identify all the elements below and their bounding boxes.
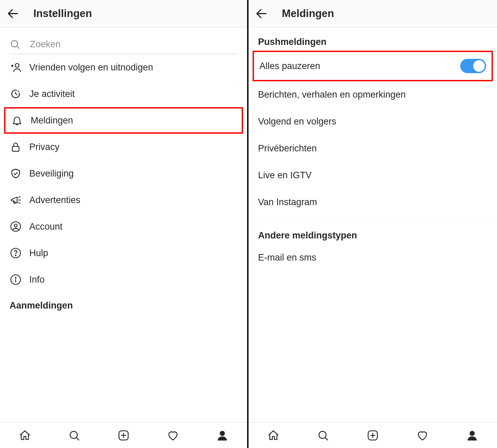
svg-line-26 xyxy=(325,437,328,440)
svg-line-8 xyxy=(19,197,20,198)
nav-notifications[interactable]: Meldingen xyxy=(5,109,242,132)
svg-point-3 xyxy=(15,64,19,67)
tab-activity[interactable] xyxy=(148,422,198,448)
nav-follow-invite[interactable]: Vrienden volgen en uitnodigen xyxy=(0,54,247,81)
notifications-content: Pushmeldingen Alles pauzeren Berichten, … xyxy=(248,27,497,422)
tab-activity[interactable] xyxy=(398,422,447,448)
nav-label: Beveiliging xyxy=(29,168,74,179)
pause-all-toggle[interactable] xyxy=(460,59,486,73)
svg-point-11 xyxy=(11,222,20,231)
pause-all-label: Alles pauzeren xyxy=(259,61,320,71)
notif-live-igtv[interactable]: Live en IGTV xyxy=(248,162,497,189)
settings-content: Vrienden volgen en uitnodigen Je activit… xyxy=(0,27,247,422)
account-circle-icon xyxy=(10,221,21,232)
row-label: Van Instagram xyxy=(258,197,317,208)
help-circle-icon xyxy=(10,247,21,259)
row-label: Privéberichten xyxy=(258,143,317,154)
profile-icon xyxy=(216,429,228,442)
tab-add[interactable] xyxy=(99,422,148,448)
nav-label: Info xyxy=(29,275,45,285)
search-row[interactable] xyxy=(10,35,238,54)
divider xyxy=(248,221,497,221)
highlight-pause-all: Alles pauzeren xyxy=(253,51,493,81)
nav-privacy[interactable]: Privacy xyxy=(0,134,247,160)
notif-from-instagram[interactable]: Van Instagram xyxy=(248,189,497,216)
nav-info[interactable]: Info xyxy=(0,266,247,293)
svg-point-14 xyxy=(15,255,16,256)
notifications-pane: Meldingen Pushmeldingen Alles pauzeren B… xyxy=(248,0,497,448)
nav-label: Vrienden volgen en uitnodigen xyxy=(29,62,153,73)
toggle-knob xyxy=(473,60,485,72)
header-left: Instellingen xyxy=(0,0,247,27)
row-label: E-mail en sms xyxy=(258,252,316,263)
nav-activity[interactable]: Je activiteit xyxy=(0,81,247,107)
tab-add[interactable] xyxy=(348,422,398,448)
page-title-left: Instellingen xyxy=(33,7,92,20)
tab-home[interactable] xyxy=(0,422,49,448)
back-arrow-icon xyxy=(6,7,20,20)
settings-pane: Instellingen Vrienden volgen en uitnodig… xyxy=(0,0,248,448)
home-icon xyxy=(267,429,279,442)
svg-point-16 xyxy=(15,277,16,278)
notif-posts-stories[interactable]: Berichten, verhalen en opmerkingen xyxy=(248,81,497,108)
highlight-meldingen: Meldingen xyxy=(4,107,243,134)
back-button[interactable] xyxy=(255,7,268,20)
tab-profile[interactable] xyxy=(447,422,497,448)
search-input[interactable] xyxy=(30,39,238,50)
add-post-icon xyxy=(117,429,130,442)
profile-icon xyxy=(466,429,478,442)
nav-label: Privacy xyxy=(29,142,60,152)
svg-point-23 xyxy=(220,431,225,436)
page-title-right: Meldingen xyxy=(282,7,334,20)
notif-direct-messages[interactable]: Privéberichten xyxy=(248,135,497,162)
heart-icon xyxy=(416,429,429,442)
info-circle-icon xyxy=(10,274,21,285)
nav-label: Hulp xyxy=(29,248,48,259)
lock-icon xyxy=(10,141,21,153)
bell-icon xyxy=(11,115,23,126)
tab-search[interactable] xyxy=(49,422,99,448)
nav-ads[interactable]: Advertenties xyxy=(0,187,247,213)
nav-label: Account xyxy=(29,221,63,232)
back-button[interactable] xyxy=(6,7,20,20)
back-arrow-icon xyxy=(255,7,268,20)
row-label: Berichten, verhalen en opmerkingen xyxy=(258,89,406,100)
svg-line-2 xyxy=(17,46,19,48)
section-other: Andere meldingstypen xyxy=(248,227,497,244)
search-icon xyxy=(10,39,20,50)
svg-line-10 xyxy=(19,202,20,203)
search-tab-icon xyxy=(317,429,329,442)
row-label: Live en IGTV xyxy=(258,170,312,181)
row-label: Volgend en volgers xyxy=(258,116,336,127)
section-push: Pushmeldingen xyxy=(248,27,497,51)
nav-account[interactable]: Account xyxy=(0,213,247,240)
section-heading-logins: Aanmeldingen xyxy=(0,293,247,318)
megaphone-icon xyxy=(10,194,21,206)
notif-email-sms[interactable]: E-mail en sms xyxy=(248,244,497,271)
nav-security[interactable]: Beveiliging xyxy=(0,160,247,187)
home-icon xyxy=(19,429,31,442)
nav-help[interactable]: Hulp xyxy=(0,240,247,266)
nav-label: Je activiteit xyxy=(29,89,75,99)
tab-search[interactable] xyxy=(298,422,348,448)
tab-profile[interactable] xyxy=(198,422,247,448)
svg-line-19 xyxy=(76,437,79,440)
activity-icon xyxy=(10,88,21,100)
search-tab-icon xyxy=(68,429,80,442)
svg-point-30 xyxy=(470,431,475,436)
add-post-icon xyxy=(367,429,379,442)
add-person-icon xyxy=(10,62,21,73)
nav-label: Advertenties xyxy=(29,195,80,205)
notif-following-followers[interactable]: Volgend en volgers xyxy=(248,108,497,135)
shield-check-icon xyxy=(10,168,21,179)
tab-home[interactable] xyxy=(248,422,298,448)
heart-icon xyxy=(167,429,179,442)
tab-bar-right xyxy=(248,422,497,448)
tab-bar-left xyxy=(0,422,247,448)
svg-point-12 xyxy=(14,224,17,227)
header-right: Meldingen xyxy=(248,0,497,27)
svg-rect-7 xyxy=(12,147,19,151)
nav-label: Meldingen xyxy=(31,115,73,126)
